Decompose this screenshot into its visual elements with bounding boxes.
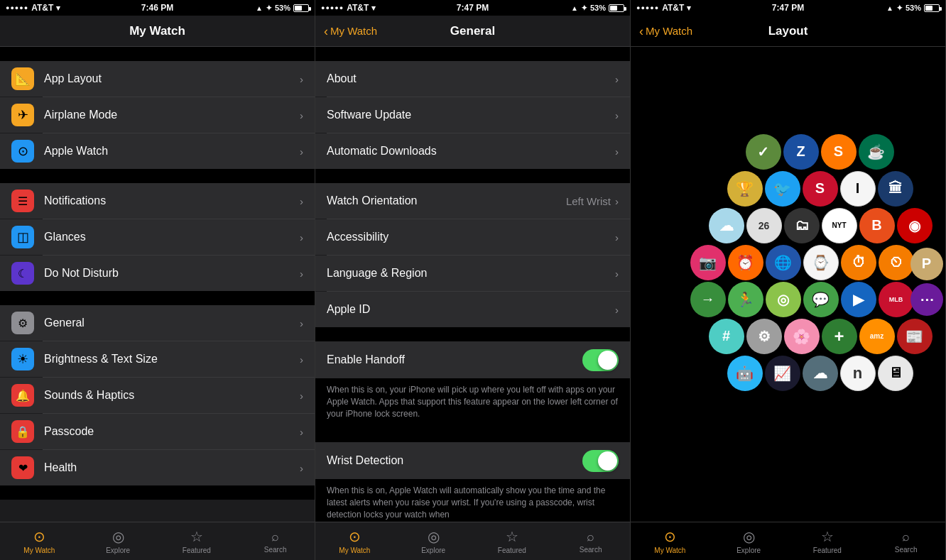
toggle-handoff[interactable] bbox=[582, 349, 619, 371]
label-dnd: Do Not Disturb bbox=[44, 267, 300, 280]
list-item-about[interactable]: About › bbox=[315, 61, 630, 97]
app-icon-39[interactable]: 🖥 bbox=[878, 356, 913, 391]
list-item-glances[interactable]: ◫ Glances › bbox=[0, 219, 315, 255]
group-gap-2d bbox=[315, 428, 630, 442]
tab-label-my-watch-3: My Watch bbox=[654, 547, 685, 554]
signal-1: ●●●●● bbox=[6, 4, 28, 11]
label-notifications: Notifications bbox=[44, 194, 300, 207]
app-icon-35[interactable]: 🤖 bbox=[727, 356, 763, 391]
tab-my-watch-2[interactable]: ⊙ My Watch bbox=[315, 528, 394, 554]
status-left-3: ●●●●● AT&T ▾ bbox=[636, 3, 691, 13]
app-icon-7[interactable]: I bbox=[840, 171, 876, 207]
list-item-app-layout[interactable]: 📐 App Layout › bbox=[0, 61, 315, 97]
carrier-3: AT&T bbox=[662, 3, 684, 13]
list-item-notifications[interactable]: ☰ Notifications › bbox=[0, 183, 315, 219]
list-item-auto-downloads[interactable]: Automatic Downloads › bbox=[315, 133, 630, 169]
list-item-sounds[interactable]: 🔔 Sounds & Haptics › bbox=[0, 378, 315, 413]
app-icon-20[interactable]: ⏲ bbox=[879, 245, 914, 280]
list-item-brightness[interactable]: ☀ Brightness & Text Size › bbox=[0, 341, 315, 377]
tab-explore-2[interactable]: ◎ Explore bbox=[394, 528, 473, 554]
app-icon-23[interactable]: 🏃 bbox=[728, 282, 763, 317]
app-icon-32[interactable]: + bbox=[822, 319, 857, 354]
app-icon-12[interactable]: NYT bbox=[822, 208, 857, 243]
location-3: ▲ bbox=[886, 4, 893, 12]
list-item-apple-watch[interactable]: ⊙ Apple Watch › bbox=[0, 133, 315, 169]
list-item-apple-id[interactable]: Apple ID › bbox=[315, 292, 630, 327]
list-item-general[interactable]: ⚙ General › bbox=[0, 305, 315, 341]
list-group-2a: About › Software Update › Automatic Down… bbox=[315, 61, 630, 169]
app-icon-11[interactable]: 🗂 bbox=[784, 208, 820, 243]
wifi-1: ▾ bbox=[56, 4, 60, 13]
chevron-sounds: › bbox=[300, 390, 303, 402]
app-icon-34[interactable]: 📰 bbox=[897, 319, 933, 354]
app-icon-3[interactable]: ☕ bbox=[859, 134, 894, 170]
app-icon-29[interactable]: # bbox=[709, 319, 744, 354]
app-icon-17[interactable]: 🌐 bbox=[766, 245, 801, 280]
label-passcode: Passcode bbox=[44, 425, 300, 438]
panel-layout: ●●●●● AT&T ▾ 7:47 PM ▲ ✦ 53% ‹ My Watch … bbox=[631, 0, 946, 560]
app-icon-5[interactable]: 🐦 bbox=[765, 171, 800, 207]
app-icon-6[interactable]: S bbox=[803, 171, 838, 207]
tab-icon-search-1: ⌕ bbox=[271, 529, 279, 544]
tab-icon-my-watch-2: ⊙ bbox=[349, 528, 361, 545]
app-icon-30[interactable]: ⚙ bbox=[746, 319, 782, 354]
app-icon-25[interactable]: 💬 bbox=[803, 282, 839, 317]
app-icon-37[interactable]: ☁ bbox=[803, 356, 838, 391]
list-item-dnd[interactable]: ☾ Do Not Disturb › bbox=[0, 256, 315, 291]
toggle-row-wrist[interactable]: Wrist Detection bbox=[315, 442, 630, 479]
app-icon-4[interactable]: 🏆 bbox=[727, 171, 763, 207]
location-2: ▲ bbox=[571, 4, 578, 12]
list-item-language[interactable]: Language & Region › bbox=[315, 256, 630, 291]
tab-featured-2[interactable]: ☆ Featured bbox=[473, 528, 552, 554]
tab-icon-explore-3: ◎ bbox=[743, 528, 755, 545]
label-language: Language & Region bbox=[327, 267, 615, 280]
app-icon-16[interactable]: ⏰ bbox=[728, 245, 763, 280]
app-icon-8[interactable]: 🏛 bbox=[878, 171, 913, 207]
nav-back-3[interactable]: ‹ My Watch bbox=[639, 25, 692, 38]
app-icon-2[interactable]: S bbox=[821, 134, 857, 170]
nav-back-2[interactable]: ‹ My Watch bbox=[324, 25, 377, 38]
tab-featured-3[interactable]: ☆ Featured bbox=[788, 528, 867, 554]
app-icon-0[interactable]: ✓ bbox=[746, 134, 781, 170]
app-icon-22[interactable]: → bbox=[690, 282, 726, 317]
app-icon-9[interactable]: ☁ bbox=[709, 208, 744, 243]
toggle-row-handoff[interactable]: Enable Handoff bbox=[315, 341, 630, 378]
list-item-health[interactable]: ❤ Health › bbox=[0, 450, 315, 485]
app-icon-33[interactable]: amz bbox=[859, 319, 895, 354]
icon-passcode: 🔒 bbox=[11, 420, 34, 443]
icon-dnd: ☾ bbox=[11, 262, 34, 285]
app-icon-13[interactable]: B bbox=[859, 208, 895, 243]
app-icon-38[interactable]: n bbox=[840, 356, 876, 391]
list-item-watch-orientation[interactable]: Watch Orientation Left Wrist › bbox=[315, 183, 630, 219]
tab-search-3[interactable]: ⌕ Search bbox=[866, 529, 945, 554]
list-item-airplane-mode[interactable]: ✈ Airplane Mode › bbox=[0, 97, 315, 133]
app-icon-10[interactable]: 26 bbox=[746, 208, 782, 243]
app-icon-19[interactable]: ⏱ bbox=[841, 245, 876, 280]
app-icon-1[interactable]: Z bbox=[783, 134, 819, 170]
tab-my-watch-3[interactable]: ⊙ My Watch bbox=[631, 528, 710, 554]
app-icon-15[interactable]: 📷 bbox=[690, 245, 726, 280]
list-item-passcode[interactable]: 🔒 Passcode › bbox=[0, 414, 315, 449]
app-icon-21[interactable]: P bbox=[910, 248, 943, 280]
nav-title-2: General bbox=[450, 24, 495, 38]
app-icon-31[interactable]: 🌸 bbox=[784, 319, 820, 354]
app-icon-26[interactable]: ▶ bbox=[841, 282, 876, 317]
tab-label-featured-1: Featured bbox=[183, 547, 211, 554]
toggle-wrist[interactable] bbox=[582, 450, 619, 472]
tab-search-1[interactable]: ⌕ Search bbox=[236, 529, 315, 554]
app-icon-36[interactable]: 📈 bbox=[765, 356, 800, 391]
tab-icon-featured-2: ☆ bbox=[506, 528, 518, 545]
app-icon-24[interactable]: ◎ bbox=[766, 282, 801, 317]
app-icon-28[interactable]: ⋯ bbox=[910, 283, 943, 316]
tab-featured-1[interactable]: ☆ Featured bbox=[158, 528, 236, 554]
list-item-accessibility[interactable]: Accessibility › bbox=[315, 219, 630, 255]
tab-my-watch-1[interactable]: ⊙ My Watch bbox=[0, 528, 79, 554]
app-icon-14[interactable]: ◉ bbox=[897, 208, 933, 243]
app-icon-27[interactable]: MLB bbox=[879, 282, 914, 317]
tab-explore-1[interactable]: ◎ Explore bbox=[79, 528, 158, 554]
list-item-software-update[interactable]: Software Update › bbox=[315, 97, 630, 133]
tab-explore-3[interactable]: ◎ Explore bbox=[710, 528, 788, 554]
app-icon-18[interactable]: ⌚ bbox=[803, 245, 839, 280]
tab-search-2[interactable]: ⌕ Search bbox=[551, 529, 630, 554]
group-gap-2c bbox=[315, 327, 630, 341]
